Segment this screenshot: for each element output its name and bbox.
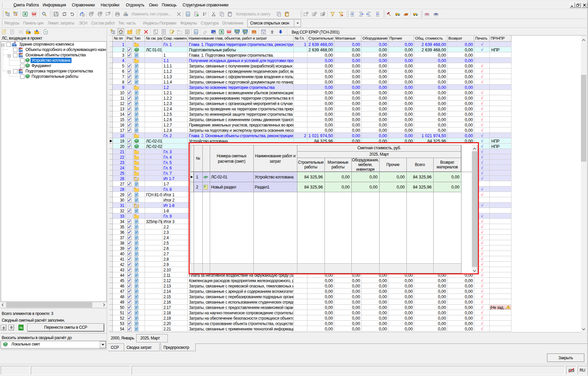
svg-text:X: X bbox=[24, 12, 27, 16]
svg-text:PDF: PDF bbox=[227, 31, 231, 33]
svg-text:PDF: PDF bbox=[32, 13, 36, 15]
svg-text:XML: XML bbox=[243, 30, 247, 32]
svg-text:+: + bbox=[131, 30, 132, 32]
svg-text:МГЭ: МГЭ bbox=[243, 33, 247, 35]
svg-text:ПР: ПР bbox=[322, 14, 325, 16]
svg-text:F: F bbox=[214, 32, 215, 34]
svg-text:P: P bbox=[313, 14, 315, 16]
svg-text:?: ? bbox=[45, 31, 46, 34]
svg-text:X: X bbox=[220, 30, 223, 34]
svg-text:XML: XML bbox=[235, 30, 239, 32]
svg-text:ГГЭ: ГГЭ bbox=[236, 33, 239, 35]
svg-text:P: P bbox=[204, 185, 205, 187]
